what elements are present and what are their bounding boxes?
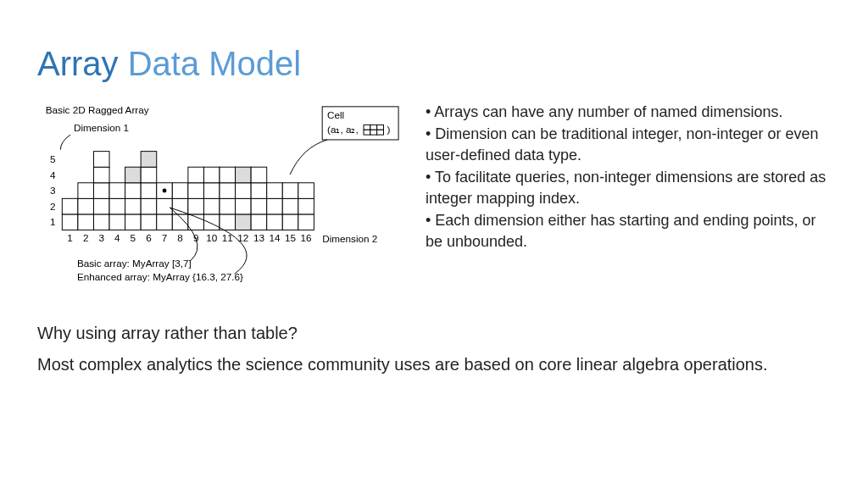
grid-cell xyxy=(251,214,267,230)
grid-cell xyxy=(78,198,94,214)
bullet-item: • To facilitate queries, non-integer dim… xyxy=(426,167,831,210)
grid-cell xyxy=(236,167,252,183)
bullet-text: To facilitate queries, non-integer dimen… xyxy=(426,169,826,208)
diagram-footer-2: Enhanced array: MyArray {16.3, 27.6} xyxy=(77,271,243,282)
grid-cell xyxy=(109,183,125,199)
grid-cell xyxy=(157,198,173,214)
grid-cell xyxy=(220,167,236,183)
slide-title: Array Data Model xyxy=(37,44,831,83)
diagram: Basic 2D Ragged Array Dimension 1 Cell (… xyxy=(37,102,402,308)
bullet-text: Each dimension either has starting and e… xyxy=(426,212,816,251)
x-tick: 13 xyxy=(253,232,264,243)
cell-legend-title: Cell xyxy=(327,109,344,120)
svg-rect-1 xyxy=(364,125,370,130)
grid-cell xyxy=(298,183,314,199)
pointer-dot xyxy=(163,189,167,193)
x-tick: 8 xyxy=(177,232,183,243)
grid-cell xyxy=(203,214,220,230)
y-tick: 3 xyxy=(50,185,56,196)
grid-cell xyxy=(251,183,267,199)
y-tick: 2 xyxy=(50,201,56,212)
grid-cell xyxy=(236,198,252,214)
qa-question: Why using array rather than table? xyxy=(37,322,831,345)
grid-cell xyxy=(220,183,236,199)
y-ticks: 12345 xyxy=(50,153,56,227)
grid-cell xyxy=(236,183,252,199)
grid-cell xyxy=(267,198,283,214)
grid-cell xyxy=(125,198,142,214)
grid-cell xyxy=(298,198,314,214)
bullet-list: • Arrays can have any number of named di… xyxy=(426,102,831,253)
cell-legend-grid-icon xyxy=(364,125,383,135)
x-tick: 10 xyxy=(206,232,218,243)
svg-rect-3 xyxy=(377,125,384,130)
grid-cell xyxy=(62,214,78,230)
grid-cell xyxy=(141,152,157,168)
grid-cell xyxy=(93,198,109,214)
grid-cell xyxy=(220,198,236,214)
grid-cell xyxy=(251,167,267,183)
x-tick: 1 xyxy=(67,232,73,243)
grid-cell xyxy=(251,198,267,214)
grid-cell xyxy=(78,214,94,230)
grid-cell xyxy=(267,183,283,199)
qa-block: Why using array rather than table? Most … xyxy=(37,322,831,376)
x-tick: 5 xyxy=(131,232,136,243)
svg-rect-6 xyxy=(377,130,384,135)
grid-cell xyxy=(141,183,157,199)
title-emphasis-2: Data Model xyxy=(119,45,302,82)
x-tick: 11 xyxy=(222,232,233,243)
grid-cell xyxy=(141,198,157,214)
x-tick: 3 xyxy=(98,232,104,243)
ragged-grid xyxy=(62,152,314,230)
grid-cell xyxy=(282,198,298,214)
bullet-text: Arrays can have any number of named dime… xyxy=(434,103,782,120)
x-tick: 7 xyxy=(162,232,168,243)
svg-rect-5 xyxy=(370,130,377,135)
cell-legend-tail: ) xyxy=(387,124,390,135)
grid-cell xyxy=(282,214,298,230)
x-tick: 15 xyxy=(285,232,297,243)
grid-cell xyxy=(109,198,125,214)
content-row: Basic 2D Ragged Array Dimension 1 Cell (… xyxy=(37,102,831,308)
x-tick: 12 xyxy=(237,232,248,243)
grid-cell xyxy=(125,183,142,199)
bullet-item: • Arrays can have any number of named di… xyxy=(426,102,831,124)
diagram-header: Basic 2D Ragged Array xyxy=(46,104,149,115)
cell-legend-pointer xyxy=(290,140,327,175)
grid-cell xyxy=(109,214,125,230)
diagram-svg: Basic 2D Ragged Array Dimension 1 Cell (… xyxy=(37,102,402,308)
grid-cell xyxy=(141,167,157,183)
grid-cell xyxy=(267,214,283,230)
grid-cell xyxy=(93,183,109,199)
x-ticks: 12345678910111213141516 xyxy=(67,232,311,243)
bullet-text: Dimension can be traditional integer, no… xyxy=(426,125,819,164)
x-tick: 4 xyxy=(114,232,120,243)
slide: Array Data Model Basic 2D Ragged Array D… xyxy=(0,0,868,488)
grid-cell xyxy=(157,214,173,230)
grid-cell xyxy=(188,183,204,199)
y-tick: 4 xyxy=(50,169,56,180)
x-tick: 16 xyxy=(301,232,312,243)
grid-cell xyxy=(172,183,188,199)
grid-cell xyxy=(298,214,314,230)
bullet-item: • Dimension can be traditional integer, … xyxy=(426,124,831,167)
dim1-pointer xyxy=(60,135,70,150)
dim2-label: Dimension 2 xyxy=(322,233,377,244)
svg-rect-4 xyxy=(364,130,370,135)
bullet-item: • Each dimension either has starting and… xyxy=(426,210,831,253)
x-tick: 14 xyxy=(269,232,281,243)
grid-cell xyxy=(203,167,220,183)
title-emphasis-1: Array xyxy=(37,45,119,82)
grid-cell xyxy=(93,214,109,230)
y-tick: 1 xyxy=(50,216,56,227)
svg-rect-2 xyxy=(370,125,377,130)
grid-cell xyxy=(62,198,78,214)
grid-cell xyxy=(93,152,109,168)
grid-cell xyxy=(220,214,236,230)
dim1-label: Dimension 1 xyxy=(74,122,129,133)
x-tick: 2 xyxy=(83,232,89,243)
diagram-footer-1: Basic array: MyArray [3,7] xyxy=(77,258,192,269)
grid-cell xyxy=(78,183,94,199)
cell-legend: Cell (a₁, a₂, ) xyxy=(290,107,398,175)
